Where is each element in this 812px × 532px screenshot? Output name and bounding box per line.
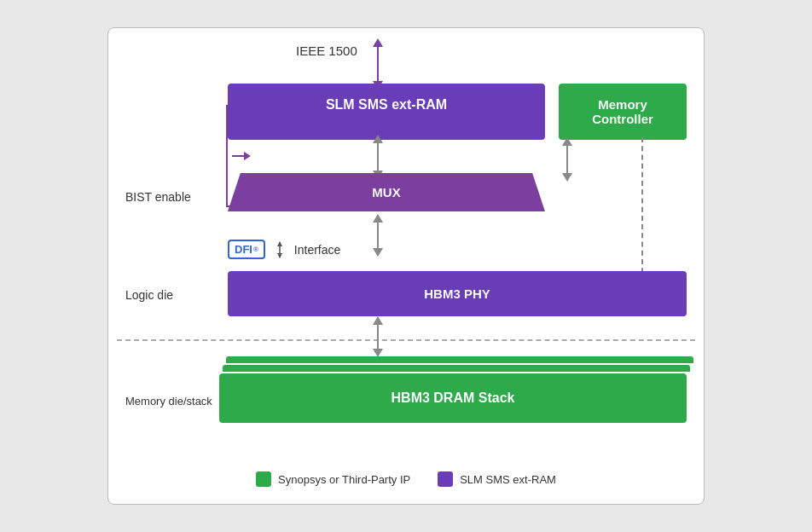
- slm-sms-block: SLM SMS ext-RAM: [228, 84, 545, 140]
- legend: Synopsys or Third-Party IP SLM SMS ext-R…: [108, 471, 704, 487]
- divider-dashed: [117, 339, 695, 341]
- dram-stack-shadow: HBM3 DRAM Stack: [219, 356, 687, 423]
- bist-arrow: [232, 152, 251, 160]
- dram-layer-2: [226, 356, 693, 363]
- mux-phy-down-icon: [373, 248, 383, 257]
- top-row: SLM SMS ext-RAM Memory Controller: [228, 84, 687, 140]
- arrow-up-icon: [373, 135, 383, 143]
- legend-item-purple: SLM SMS ext-RAM: [438, 471, 556, 487]
- dfi-interface-arrow-icon: [272, 241, 287, 258]
- phy-block: HBM3 PHY: [228, 271, 687, 316]
- legend-green-box: [256, 471, 271, 487]
- ieee-arrow: [373, 38, 383, 90]
- dfi-label: DFI: [235, 243, 252, 256]
- svg-marker-1: [277, 241, 282, 246]
- arrow-head-up-icon: [373, 38, 383, 47]
- mux-phy-arrow: [373, 214, 383, 257]
- phy-dram-line: [377, 325, 379, 349]
- phy-row: HBM3 PHY: [228, 271, 687, 316]
- memory-controller-block: Memory Controller: [559, 84, 687, 140]
- ieee-label: IEEE 1500: [296, 43, 357, 58]
- arrow-line: [377, 143, 379, 171]
- arrow-head-right-icon: [244, 152, 251, 160]
- mc-mux-arrow-up-icon: [562, 137, 572, 146]
- dram-outer: HBM3 DRAM Stack: [219, 356, 687, 423]
- diagram-container: IEEE 1500 BIST enable SLM SMS ext-RAM Me…: [107, 27, 705, 505]
- legend-purple-box: [438, 471, 453, 487]
- dram-main-block: HBM3 DRAM Stack: [219, 373, 687, 423]
- mux-row: MUX: [228, 173, 687, 211]
- mc-mux-line: [566, 146, 568, 173]
- svg-marker-2: [277, 253, 282, 258]
- legend-item-green: Synopsys or Third-Party IP: [256, 471, 410, 487]
- mux-block: MUX: [228, 173, 545, 211]
- arrow-line-vertical: [377, 47, 379, 81]
- phy-dram-up-icon: [373, 316, 383, 325]
- interface-label: Interface: [294, 243, 340, 257]
- mux-phy-line: [377, 223, 379, 248]
- bist-enable-label: BIST enable: [125, 190, 191, 204]
- dram-layer-1: [223, 365, 690, 372]
- memory-die-label: Memory die/stack: [125, 395, 212, 408]
- mux-phy-up-icon: [373, 214, 383, 223]
- legend-purple-label: SLM SMS ext-RAM: [460, 473, 556, 486]
- legend-green-label: Synopsys or Third-Party IP: [278, 473, 410, 486]
- phy-dram-arrow: [373, 316, 383, 357]
- logic-die-label: Logic die: [125, 288, 173, 302]
- arrow-line-h: [232, 155, 244, 157]
- dfi-row: DFI® Interface: [228, 240, 687, 259]
- dfi-badge: DFI®: [228, 240, 265, 259]
- dfi-registered-icon: ®: [253, 246, 258, 253]
